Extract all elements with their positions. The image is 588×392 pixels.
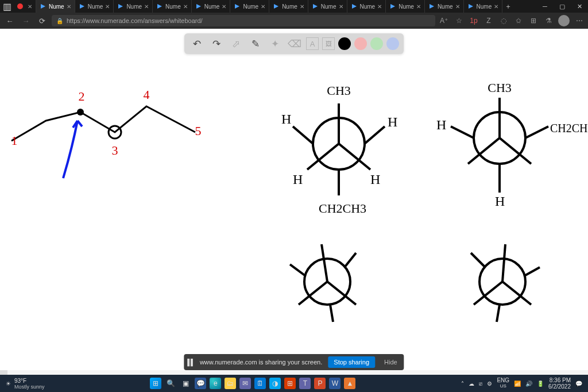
tray-chevron-icon[interactable]: ˄	[461, 381, 464, 387]
weather-widget[interactable]: ☀ 93°F Mostly sunny	[0, 378, 51, 390]
read-aloud-icon[interactable]: A⁺	[439, 16, 449, 26]
newman-projection-3	[290, 244, 356, 322]
favorite-icon[interactable]: ☆	[454, 16, 464, 26]
close-icon[interactable]: ✕	[144, 3, 149, 10]
app-icon[interactable]: T	[299, 378, 311, 389]
close-window-button[interactable]: ✕	[571, 0, 588, 13]
ext-icon[interactable]: ⚗	[543, 16, 554, 26]
word-icon[interactable]: W	[329, 378, 341, 389]
tab-numerade[interactable]: Nume✕	[75, 0, 114, 13]
maximize-button[interactable]: ▢	[554, 0, 571, 13]
svg-line-17	[365, 126, 385, 144]
tab-numerade[interactable]: Nume✕	[192, 0, 231, 13]
clock[interactable]: 8:36 PM 6/2/2022	[548, 377, 571, 390]
ext-icon[interactable]: 1p	[469, 16, 479, 26]
new-tab-button[interactable]: ＋	[502, 0, 514, 13]
wifi-icon[interactable]: 📶	[514, 381, 521, 387]
powerpoint-icon[interactable]: P	[314, 378, 326, 389]
svg-line-38	[524, 267, 540, 276]
back-button[interactable]: ←	[3, 14, 16, 27]
tab-numerade[interactable]: Nume✕	[425, 0, 464, 13]
svg-line-22	[500, 138, 531, 164]
onedrive-icon[interactable]: ☁	[469, 381, 474, 387]
svg-marker-1	[80, 4, 84, 9]
tab-numerade[interactable]: Nume✕	[230, 0, 269, 13]
close-icon[interactable]: ✕	[222, 3, 226, 10]
favorites-bar-icon[interactable]: ✩	[513, 16, 524, 26]
tab-numerade[interactable]: Nume✕	[269, 0, 308, 13]
tab-label: Nume	[49, 3, 64, 10]
close-icon[interactable]: ✕	[105, 3, 110, 10]
close-icon[interactable]: ✕	[28, 3, 32, 10]
carbon-2-dot	[77, 109, 84, 116]
app-icon[interactable]: ◑	[269, 378, 281, 389]
edge-icon[interactable]: e	[210, 378, 221, 389]
forward-button[interactable]: →	[20, 14, 32, 27]
stop-sharing-button[interactable]: Stop sharing	[328, 356, 375, 368]
svg-marker-5	[235, 4, 239, 9]
minimize-button[interactable]: ─	[536, 0, 554, 13]
close-icon[interactable]: ✕	[416, 3, 421, 10]
volume-icon[interactable]: 🔊	[525, 381, 532, 387]
tray-icon[interactable]: ⚙	[487, 381, 492, 387]
close-icon[interactable]: ✕	[261, 3, 265, 10]
battery-icon[interactable]: 🔋	[537, 381, 544, 387]
extension-tray: A⁺ ☆ 1p Z ◌ ✩ ⊞ ⚗ ⋯	[439, 15, 585, 26]
tab-label: Nume	[477, 3, 492, 10]
label-ch3: CH3	[488, 80, 512, 95]
close-icon[interactable]: ✕	[455, 3, 460, 10]
app-icon[interactable]: ✉	[239, 378, 251, 389]
svg-marker-0	[41, 4, 45, 9]
app-icon[interactable]: ⊞	[284, 378, 296, 389]
start-button[interactable]: ⊞	[150, 378, 161, 389]
numerade-icon	[79, 3, 86, 10]
collections-icon[interactable]: ⊞	[528, 16, 539, 26]
more-icon[interactable]: ⋯	[574, 16, 585, 26]
search-button[interactable]: 🔍	[165, 378, 176, 389]
tab-recording[interactable]: ✕	[14, 0, 36, 13]
svg-line-34	[502, 244, 505, 282]
ext-icon[interactable]: ◌	[498, 16, 509, 26]
record-icon	[17, 3, 23, 9]
ext-icon[interactable]: Z	[483, 16, 494, 26]
task-view-button[interactable]: ▣	[180, 378, 191, 389]
app-icon[interactable]: ▲	[344, 378, 355, 389]
tab-label: Nume	[360, 3, 376, 10]
tab-numerade[interactable]: Nume✕	[347, 0, 386, 13]
close-icon[interactable]: ✕	[377, 3, 382, 10]
file-explorer-icon[interactable]: 🗂	[225, 378, 236, 389]
close-icon[interactable]: ✕	[183, 3, 188, 10]
close-icon[interactable]: ✕	[300, 3, 304, 10]
close-icon[interactable]: ✕	[67, 3, 71, 10]
scrollbar[interactable]	[0, 370, 588, 375]
tab-numerade-1[interactable]: Nume ✕	[36, 0, 75, 13]
tab-label: Nume	[88, 3, 103, 10]
url-field[interactable]: 🔒 https://www.numerade.com/answers/white…	[52, 15, 435, 26]
tab-numerade[interactable]: Nume✕	[464, 0, 503, 13]
tab-actions-icon[interactable]: ▥	[0, 0, 14, 13]
tray-icon[interactable]: ⎚	[479, 381, 482, 387]
pause-icon[interactable]: ▌▌	[187, 359, 194, 366]
hide-share-bar-button[interactable]: Hide	[381, 356, 401, 368]
app-icon[interactable]: 💬	[195, 378, 206, 389]
newman-projection-1: CH3 H H H H CH2CH3	[281, 83, 397, 216]
taskbar-center: ⊞ 🔍 ▣ 💬 e 🗂 ✉ 🗓 ◑ ⊞ T P W ▲	[51, 378, 456, 389]
tab-numerade[interactable]: Nume✕	[386, 0, 425, 13]
tab-numerade[interactable]: Nume✕	[153, 0, 192, 13]
close-icon[interactable]: ✕	[494, 3, 498, 10]
app-icon[interactable]: 🗓	[254, 378, 266, 389]
close-icon[interactable]: ✕	[339, 3, 343, 10]
page-content: ↶ ↷ ⬀ ✎ ✦ ⌫ A 🖼	[0, 29, 588, 375]
tab-numerade[interactable]: Nume✕	[308, 0, 347, 13]
system-tray: ˄ ☁ ⎚ ⚙ ENG US 📶 🔊 🔋 8:36 PM 6/2/2022 💬	[455, 377, 588, 390]
numerade-icon	[234, 3, 241, 10]
svg-line-39	[497, 305, 500, 322]
refresh-button[interactable]: ⟳	[36, 14, 48, 27]
notifications-icon[interactable]: 💬	[575, 381, 582, 387]
svg-marker-10	[430, 4, 434, 9]
whiteboard-canvas[interactable]: ↶ ↷ ⬀ ✎ ✦ ⌫ A 🖼	[0, 29, 588, 375]
svg-marker-6	[274, 4, 278, 9]
input-lang[interactable]: ENG	[497, 378, 509, 383]
tab-numerade[interactable]: Nume✕	[114, 0, 153, 13]
profile-icon[interactable]	[558, 15, 570, 26]
